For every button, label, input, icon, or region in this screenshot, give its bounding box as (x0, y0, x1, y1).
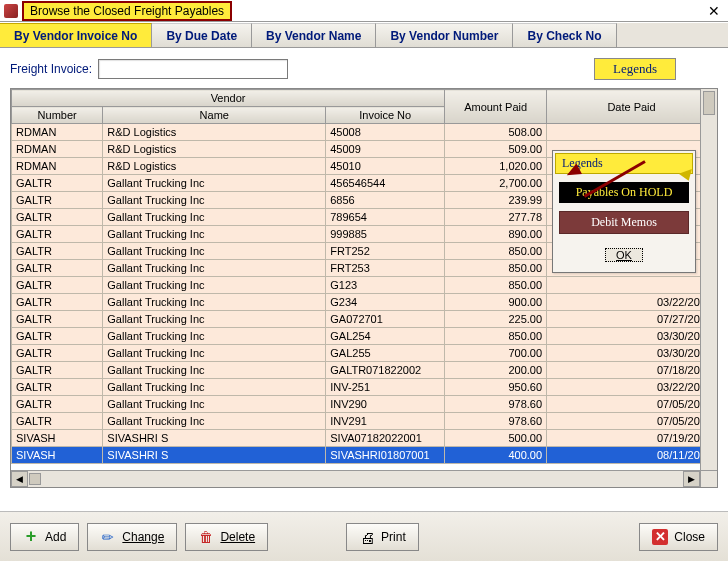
legends-button[interactable]: Legends (594, 58, 676, 80)
cell-amount: 277.78 (445, 209, 547, 226)
cell-invoice: 45008 (326, 124, 445, 141)
header-date[interactable]: Date Paid (547, 90, 717, 124)
cell-name: Gallant Trucking Inc (103, 277, 326, 294)
cell-invoice: 999885 (326, 226, 445, 243)
cell-amount: 850.00 (445, 243, 547, 260)
cell-invoice: GAL254 (326, 328, 445, 345)
table-row[interactable]: GALTRGallant Trucking IncINV290978.6007/… (12, 396, 717, 413)
cell-number: GALTR (12, 243, 103, 260)
scroll-right-icon[interactable]: ▶ (683, 471, 700, 487)
table-row[interactable]: GALTRGallant Trucking IncGALTR0718220022… (12, 362, 717, 379)
change-button[interactable]: ✎Change (87, 523, 177, 551)
cell-name: SIVASHRI S (103, 430, 326, 447)
tab-check-no[interactable]: By Check No (513, 23, 616, 47)
cell-amount: 978.60 (445, 413, 547, 430)
add-button[interactable]: +Add (10, 523, 79, 551)
cell-invoice: GALTR071822002 (326, 362, 445, 379)
cell-amount: 200.00 (445, 362, 547, 379)
cell-name: Gallant Trucking Inc (103, 192, 326, 209)
cell-number: GALTR (12, 328, 103, 345)
scroll-thumb[interactable] (703, 91, 715, 115)
tab-row: By Vendor Invoice No By Due Date By Vend… (0, 22, 728, 48)
table-row[interactable]: GALTRGallant Trucking IncG123850.00 (12, 277, 717, 294)
cell-name: Gallant Trucking Inc (103, 413, 326, 430)
cell-name: Gallant Trucking Inc (103, 311, 326, 328)
cell-date: 03/30/2022 (547, 345, 717, 362)
main-panel: Freight Invoice: Legends Vendor Amount P… (0, 48, 728, 510)
table-row[interactable]: SIVASHSIVASHRI SSIVA07182022001500.0007/… (12, 430, 717, 447)
cell-invoice: FRT252 (326, 243, 445, 260)
cell-date: 03/22/2022 (547, 294, 717, 311)
tab-vendor-invoice-no[interactable]: By Vendor Invoice No (0, 23, 152, 47)
window-close-icon[interactable]: ✕ (704, 3, 724, 19)
cell-number: GALTR (12, 277, 103, 294)
scroll-left-icon[interactable]: ◀ (11, 471, 28, 487)
legend-hold: Payables On HOLD (559, 182, 689, 203)
cell-number: GALTR (12, 209, 103, 226)
cell-name: Gallant Trucking Inc (103, 209, 326, 226)
pencil-icon: ✎ (97, 525, 120, 548)
cell-name: R&D Logistics (103, 158, 326, 175)
cell-name: Gallant Trucking Inc (103, 226, 326, 243)
trash-icon: 🗑 (198, 529, 214, 545)
table-row[interactable]: GALTRGallant Trucking IncGA072701225.000… (12, 311, 717, 328)
tab-vendor-number[interactable]: By Vendor Number (376, 23, 513, 47)
delete-button[interactable]: 🗑Delete (185, 523, 268, 551)
cell-amount: 900.00 (445, 294, 547, 311)
table-row[interactable]: GALTRGallant Trucking IncGAL254850.0003/… (12, 328, 717, 345)
title-bar: Browse the Closed Freight Payables ✕ (0, 0, 728, 22)
table-row[interactable]: GALTRGallant Trucking IncINV-251950.6003… (12, 379, 717, 396)
scroll-corner (700, 470, 717, 487)
cell-number: SIVASH (12, 447, 103, 464)
header-invoice[interactable]: Invoice No (326, 107, 445, 124)
cell-name: Gallant Trucking Inc (103, 260, 326, 277)
cell-number: GALTR (12, 396, 103, 413)
horizontal-scrollbar[interactable]: ◀ ▶ (11, 470, 700, 487)
print-button[interactable]: 🖨Print (346, 523, 419, 551)
tab-vendor-name[interactable]: By Vendor Name (252, 23, 376, 47)
vertical-scrollbar[interactable] (700, 89, 717, 470)
plus-icon: + (23, 529, 39, 545)
cell-name: SIVASHRI S (103, 447, 326, 464)
cell-date: 03/30/2022 (547, 328, 717, 345)
freight-invoice-input[interactable] (98, 59, 288, 79)
cell-amount: 950.60 (445, 379, 547, 396)
header-name[interactable]: Name (103, 107, 326, 124)
cell-invoice: INV291 (326, 413, 445, 430)
legend-ok-button[interactable]: OK (605, 248, 643, 262)
cell-invoice: 45010 (326, 158, 445, 175)
table-container: Vendor Amount Paid Date Paid Number Name… (10, 88, 718, 488)
header-amount[interactable]: Amount Paid (445, 90, 547, 124)
cell-number: GALTR (12, 294, 103, 311)
cell-date: 07/19/2022 (547, 430, 717, 447)
table-row[interactable]: GALTRGallant Trucking IncGAL255700.0003/… (12, 345, 717, 362)
hscroll-thumb[interactable] (29, 473, 41, 485)
header-number[interactable]: Number (12, 107, 103, 124)
filter-row: Freight Invoice: Legends (10, 58, 718, 80)
cell-amount: 508.00 (445, 124, 547, 141)
cell-date: 08/11/2022 (547, 447, 717, 464)
legend-debit: Debit Memos (559, 211, 689, 234)
table-row[interactable]: SIVASHSIVASHRI SSIVASHRI01807001400.0008… (12, 447, 717, 464)
cell-number: GALTR (12, 345, 103, 362)
tab-due-date[interactable]: By Due Date (152, 23, 252, 47)
button-row: +Add ✎Change 🗑Delete 🖨Print ✕Close (0, 511, 728, 561)
cell-number: SIVASH (12, 430, 103, 447)
cell-name: Gallant Trucking Inc (103, 345, 326, 362)
cell-name: R&D Logistics (103, 124, 326, 141)
cell-number: RDMAN (12, 124, 103, 141)
cell-date: 07/18/2022 (547, 362, 717, 379)
close-button[interactable]: ✕Close (639, 523, 718, 551)
cell-number: GALTR (12, 362, 103, 379)
cell-amount: 400.00 (445, 447, 547, 464)
table-row[interactable]: GALTRGallant Trucking IncINV291978.6007/… (12, 413, 717, 430)
cell-invoice: INV-251 (326, 379, 445, 396)
cell-invoice: 45009 (326, 141, 445, 158)
table-row[interactable]: GALTRGallant Trucking IncG234900.0003/22… (12, 294, 717, 311)
table-row[interactable]: RDMANR&D Logistics45008508.00 (12, 124, 717, 141)
cell-name: Gallant Trucking Inc (103, 362, 326, 379)
header-vendor-group[interactable]: Vendor (12, 90, 445, 107)
cell-name: Gallant Trucking Inc (103, 175, 326, 192)
cell-amount: 978.60 (445, 396, 547, 413)
cell-number: GALTR (12, 192, 103, 209)
